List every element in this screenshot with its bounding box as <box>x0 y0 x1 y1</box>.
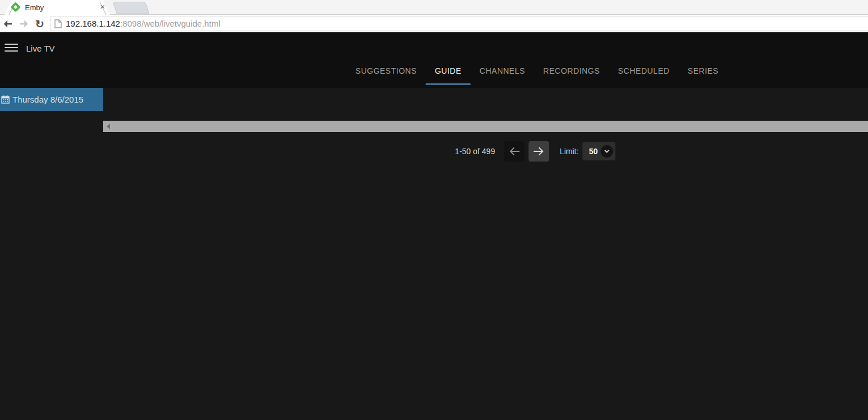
page-range-text: 1-50 of 499 <box>455 147 495 156</box>
hamburger-icon <box>5 44 18 45</box>
tab-suggestions[interactable]: SUGGESTIONS <box>346 66 426 85</box>
browser-tab-strip: Emby × <box>0 0 868 15</box>
browser-toolbar: ↻ 192.168.1.142:8098/web/livetvguide.htm… <box>0 15 868 32</box>
address-bar[interactable]: 192.168.1.142:8098/web/livetvguide.html <box>50 16 868 31</box>
app-header: Live TV SUGGESTIONS GUIDE CHANNELS RECOR… <box>0 32 868 88</box>
browser-tab[interactable] <box>5 0 110 15</box>
tab-recordings[interactable]: RECORDINGS <box>534 66 609 85</box>
tab-close-button[interactable]: × <box>98 2 108 12</box>
url-text: 192.168.1.142:8098/web/livetvguide.html <box>66 19 221 28</box>
forward-icon <box>18 18 29 29</box>
page-title: Live TV <box>26 44 55 53</box>
page-icon <box>54 19 62 28</box>
screen: Emby × ↻ 192.168.1.142:8098/web/livetvgu… <box>0 0 868 420</box>
tab-scheduled[interactable]: SCHEDULED <box>609 66 679 85</box>
calendar-icon <box>1 95 10 104</box>
tab-bar: SUGGESTIONS GUIDE CHANNELS RECORDINGS SC… <box>346 66 727 85</box>
tab-series[interactable]: SERIES <box>679 66 727 85</box>
new-tab-button[interactable] <box>113 2 150 14</box>
emby-app: Live TV SUGGESTIONS GUIDE CHANNELS RECOR… <box>0 32 868 420</box>
url-host: 192.168.1.142 <box>66 19 120 28</box>
forward-button[interactable] <box>17 17 31 31</box>
arrow-right-icon <box>532 145 545 158</box>
tab-guide[interactable]: GUIDE <box>426 66 471 85</box>
menu-button[interactable] <box>5 42 18 53</box>
previous-page-button[interactable] <box>504 141 524 162</box>
browser-tab-title: Emby <box>25 3 44 12</box>
reload-button[interactable]: ↻ <box>33 17 46 31</box>
date-picker-button[interactable]: Thursday 8/6/2015 <box>0 88 103 111</box>
next-page-button[interactable] <box>528 141 549 162</box>
limit-select[interactable]: 50 <box>583 142 616 160</box>
limit-label: Limit: <box>560 147 578 156</box>
pagination-bar: 1-50 of 499 Limit: 50 <box>455 141 615 162</box>
date-label: Thursday 8/6/2015 <box>12 95 83 104</box>
limit-value: 50 <box>589 147 598 156</box>
scroll-left-icon[interactable] <box>107 124 110 129</box>
arrow-left-icon <box>507 145 521 158</box>
url-path: :8098/web/livetvguide.html <box>120 19 221 28</box>
back-icon <box>2 18 14 29</box>
horizontal-scrollbar[interactable] <box>103 121 868 132</box>
tab-channels[interactable]: CHANNELS <box>471 66 534 85</box>
back-button[interactable] <box>1 17 15 31</box>
chevron-down-icon <box>601 145 613 158</box>
